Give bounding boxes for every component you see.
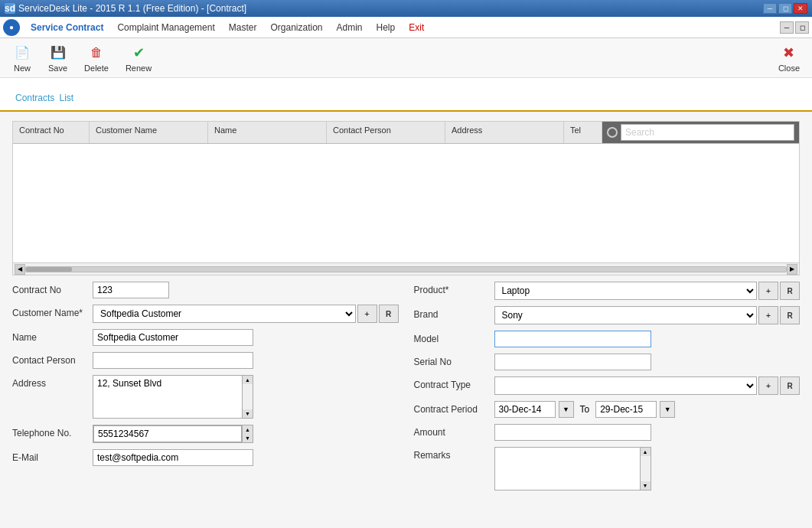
minimize-button[interactable]: ─ [763, 3, 777, 14]
period-to-label: To [580, 404, 590, 415]
model-label: Model [414, 331, 494, 344]
brand-add-button[interactable]: + [758, 306, 778, 324]
address-field: 12, Sunset Blvd ▲ ▼ [93, 375, 399, 419]
remarks-scroll-up[interactable]: ▲ [641, 448, 651, 456]
app-icon: sd [5, 3, 15, 14]
brand-r-button[interactable]: R [780, 306, 800, 324]
app-logo: ● [3, 19, 20, 36]
form-area: Contract No Customer Name* Softpedia Cus… [12, 282, 800, 497]
customer-add-button[interactable]: + [357, 305, 377, 323]
period-to-calendar[interactable]: ▼ [660, 401, 675, 418]
scroll-left-arrow[interactable]: ◀ [15, 264, 25, 275]
restore-button[interactable]: ◻ [778, 3, 792, 14]
save-button[interactable]: 💾 Save [41, 40, 74, 77]
name-field [93, 329, 399, 346]
product-add-button[interactable]: + [758, 282, 778, 300]
tel-scroll-down[interactable]: ▼ [243, 434, 253, 442]
delete-icon: 🗑 [87, 44, 106, 62]
contact-person-input[interactable] [93, 352, 253, 369]
contract-type-r-button[interactable]: R [780, 376, 800, 395]
mdi-restore-button[interactable]: ◻ [795, 21, 809, 34]
address-textarea[interactable]: 12, Sunset Blvd [93, 376, 242, 418]
remarks-row: Remarks ▲ ▼ [414, 447, 801, 491]
contract-type-add-button[interactable]: + [758, 376, 778, 395]
page-header: Contracts List [0, 78, 812, 112]
scrollbar-thumb[interactable] [26, 267, 72, 272]
product-select[interactable]: Laptop [494, 282, 758, 300]
period-to-input[interactable] [595, 401, 657, 418]
mdi-minimize-button[interactable]: ─ [780, 21, 794, 34]
contact-person-label: Contact Person [12, 352, 93, 366]
model-row: Model [414, 331, 801, 347]
email-row: E-Mail [12, 449, 399, 466]
serial-no-label: Serial No [414, 354, 494, 367]
name-row: Name [12, 329, 399, 346]
customer-name-field: Softpedia Customer + R [93, 305, 399, 323]
grid-scrollbar[interactable]: ◀ ▶ [13, 262, 799, 275]
search-input[interactable] [621, 124, 794, 141]
brand-label: Brand [414, 306, 494, 320]
model-input[interactable] [494, 331, 651, 347]
close-button[interactable]: ✖ Close [772, 41, 806, 76]
amount-input[interactable] [494, 424, 651, 441]
search-area[interactable] [602, 122, 799, 143]
close-label: Close [778, 64, 800, 73]
telephone-label: Telephone No. [12, 425, 93, 438]
telephone-row: Telephone No. ▲ ▼ [12, 425, 399, 443]
email-input[interactable] [93, 449, 253, 466]
name-input[interactable] [93, 329, 253, 346]
email-field [93, 449, 399, 466]
customer-name-label: Customer Name* [12, 305, 93, 318]
contract-type-select[interactable] [494, 376, 758, 395]
period-from-calendar[interactable]: ▼ [559, 401, 574, 418]
close-window-button[interactable]: ✕ [794, 3, 807, 14]
renew-button[interactable]: ✔ Renew [119, 40, 158, 77]
period-from-input[interactable] [494, 401, 556, 418]
model-field [494, 331, 801, 347]
brand-select[interactable]: Sony [494, 306, 758, 324]
contact-person-row: Contact Person [12, 352, 399, 369]
contract-type-row: Contract Type + R [414, 376, 801, 395]
contracts-grid: Contract No Customer Name Name Contact P… [12, 121, 800, 275]
telephone-input[interactable] [93, 425, 242, 442]
window-controls: ─ ◻ ✕ [763, 3, 807, 14]
menu-complaint-management[interactable]: Complaint Management [111, 20, 220, 35]
remarks-textarea[interactable] [495, 448, 640, 490]
serial-no-input[interactable] [494, 354, 651, 370]
amount-row: Amount [414, 424, 801, 441]
remarks-scrollbar[interactable]: ▲ ▼ [640, 448, 651, 490]
new-button[interactable]: 📄 New [6, 40, 38, 77]
customer-name-select[interactable]: Softpedia Customer [93, 305, 356, 323]
amount-label: Amount [414, 424, 494, 438]
grid-header: Contract No Customer Name Name Contact P… [13, 122, 799, 144]
menu-help[interactable]: Help [370, 20, 402, 35]
addr-scroll-up[interactable]: ▲ [243, 376, 253, 384]
menu-organization[interactable]: Organization [264, 20, 328, 35]
tel-scroll-up[interactable]: ▲ [243, 425, 253, 434]
menu-master[interactable]: Master [223, 20, 263, 35]
name-label: Name [12, 329, 93, 343]
form-left: Contract No Customer Name* Softpedia Cus… [12, 282, 399, 497]
remarks-scroll-down[interactable]: ▼ [641, 481, 651, 490]
brand-row: Brand Sony + R [414, 306, 801, 324]
telephone-scrollbar[interactable]: ▲ ▼ [242, 425, 253, 442]
main-content: Contract No Customer Name Name Contact P… [0, 112, 812, 528]
scroll-right-arrow[interactable]: ▶ [787, 264, 797, 275]
search-icon [607, 127, 618, 138]
menu-service-contract[interactable]: Service Contract [24, 20, 109, 35]
product-row: Product* Laptop + R [414, 282, 801, 300]
addr-scroll-down[interactable]: ▼ [243, 409, 253, 418]
scrollbar-track[interactable] [25, 266, 787, 272]
save-label: Save [48, 64, 67, 73]
product-r-button[interactable]: R [780, 282, 800, 300]
amount-field [494, 424, 801, 441]
delete-label: Delete [84, 64, 109, 73]
menu-admin[interactable]: Admin [331, 20, 369, 35]
delete-button[interactable]: 🗑 Delete [77, 40, 116, 77]
col-contract-no: Contract No [13, 122, 90, 143]
customer-r-button[interactable]: R [379, 305, 399, 323]
contract-no-input[interactable] [93, 282, 169, 298]
menu-exit[interactable]: Exit [403, 20, 430, 35]
address-scrollbar[interactable]: ▲ ▼ [242, 376, 253, 418]
contract-period-label: Contract Period [414, 401, 494, 415]
